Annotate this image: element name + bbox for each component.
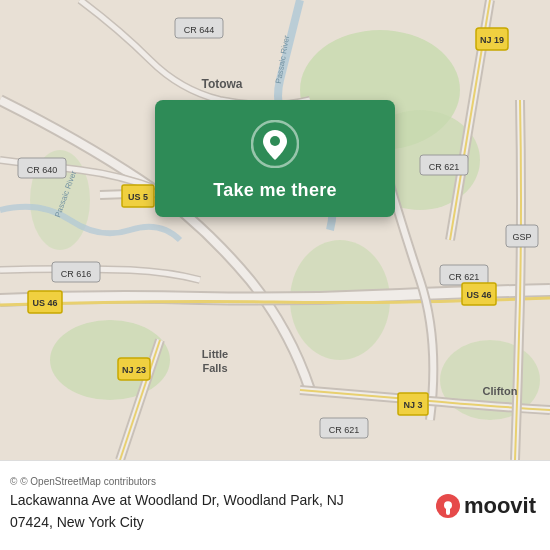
svg-text:US 5: US 5 <box>128 192 148 202</box>
address-line2: 07424, New York City <box>10 513 426 533</box>
svg-text:NJ 23: NJ 23 <box>122 365 146 375</box>
moovit-dot-icon <box>436 494 460 518</box>
svg-text:Totowa: Totowa <box>201 77 242 91</box>
bottom-bar: © © OpenStreetMap contributors Lackawann… <box>0 460 550 550</box>
map-container: CR 644 CR 640 NJ 19 CR 621 CR 621 CR 621… <box>0 0 550 460</box>
moovit-logo: moovit <box>436 493 536 519</box>
location-pin-icon <box>251 120 299 168</box>
svg-text:CR 640: CR 640 <box>27 165 58 175</box>
svg-text:CR 621: CR 621 <box>329 425 360 435</box>
copyright-symbol: © <box>10 476 17 487</box>
svg-text:Little: Little <box>202 348 228 360</box>
svg-text:US 46: US 46 <box>32 298 57 308</box>
svg-text:NJ 3: NJ 3 <box>403 400 422 410</box>
svg-text:Clifton: Clifton <box>483 385 518 397</box>
attribution-text: © © OpenStreetMap contributors <box>10 476 426 487</box>
address-line1: Lackawanna Ave at Woodland Dr, Woodland … <box>10 491 426 511</box>
address-block: © © OpenStreetMap contributors Lackawann… <box>10 476 426 534</box>
svg-text:CR 621: CR 621 <box>429 162 460 172</box>
location-card: Take me there <box>155 100 395 217</box>
svg-text:GSP: GSP <box>512 232 531 242</box>
svg-text:Falls: Falls <box>202 362 227 374</box>
svg-point-40 <box>270 136 280 146</box>
svg-text:CR 644: CR 644 <box>184 25 215 35</box>
svg-text:CR 621: CR 621 <box>449 272 480 282</box>
moovit-brand-name: moovit <box>464 493 536 519</box>
map-svg: CR 644 CR 640 NJ 19 CR 621 CR 621 CR 621… <box>0 0 550 460</box>
openstreetmap-link[interactable]: © OpenStreetMap contributors <box>20 476 156 487</box>
take-me-there-button[interactable]: Take me there <box>213 180 337 201</box>
svg-text:US 46: US 46 <box>466 290 491 300</box>
svg-text:NJ 19: NJ 19 <box>480 35 504 45</box>
svg-text:CR 616: CR 616 <box>61 269 92 279</box>
